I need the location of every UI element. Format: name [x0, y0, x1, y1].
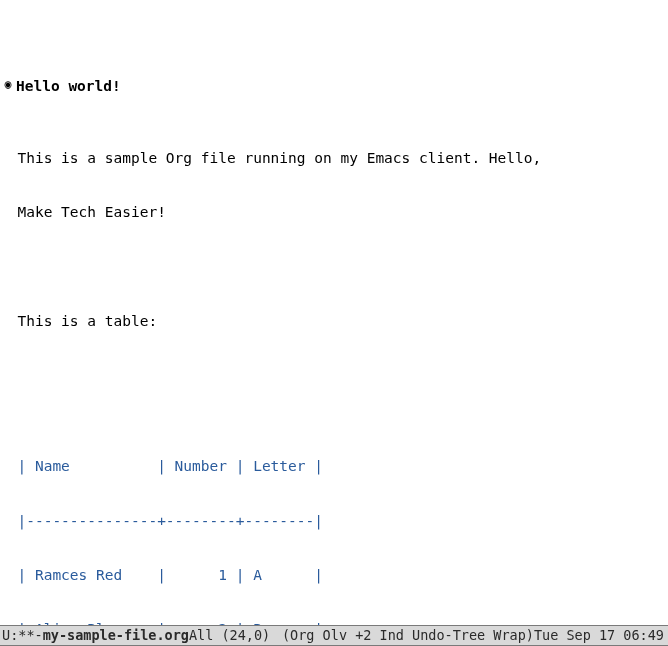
org-table-separator[interactable]: |---------------+--------+--------| — [0, 512, 668, 530]
mode-line-status: U:**- — [2, 627, 43, 644]
mode-line-position: All (24,0) — [189, 627, 270, 644]
org-table-header[interactable]: | Name | Number | Letter | — [0, 457, 668, 475]
mode-line[interactable]: U:**- my-sample-file.org All (24,0) (Org… — [0, 625, 668, 646]
org-table-row[interactable]: | Ramces Red | 1 | A | — [0, 566, 668, 584]
heading-1-title: Hello world! — [16, 78, 121, 94]
heading-bullet-icon: ◉ — [0, 77, 16, 92]
mode-line-time: Tue Sep 17 06:49 — [534, 627, 664, 644]
blank-line[interactable] — [0, 258, 668, 276]
mode-line-modes: (Org Olv +2 Ind Undo-Tree Wrap) — [282, 627, 534, 644]
emacs-buffer[interactable]: ◉Hello world! This is a sample Org file … — [0, 0, 668, 646]
body-text[interactable]: This is a sample Org file running on my … — [0, 149, 668, 167]
body-text[interactable]: Make Tech Easier! — [0, 203, 668, 221]
body-text[interactable]: This is a table: — [0, 312, 668, 330]
org-heading-1[interactable]: ◉Hello world! — [0, 77, 668, 95]
mode-line-buffer-name[interactable]: my-sample-file.org — [43, 627, 189, 644]
blank-line[interactable] — [0, 367, 668, 385]
